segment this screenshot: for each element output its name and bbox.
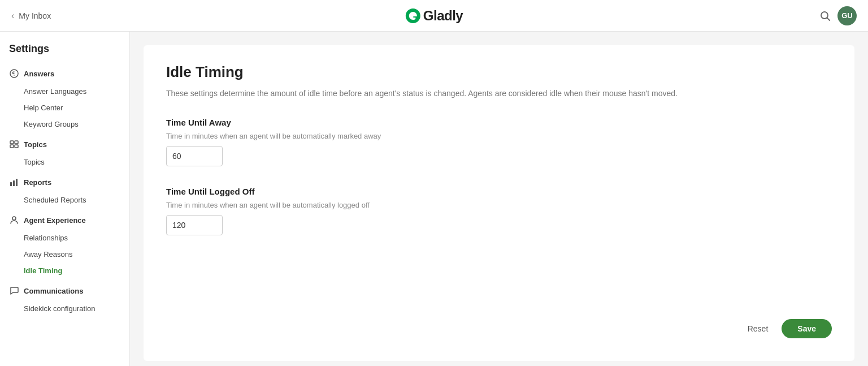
sidebar-item-topics[interactable]: Topics bbox=[0, 154, 129, 170]
svg-line-2 bbox=[827, 18, 830, 20]
nav-right: GU bbox=[819, 6, 857, 25]
page-title: Idle Timing bbox=[166, 63, 832, 81]
time-until-away-sublabel: Time in minutes when an agent will be au… bbox=[166, 132, 832, 140]
logo-text: Gladly bbox=[423, 8, 463, 24]
back-label: My Inbox bbox=[19, 11, 51, 20]
answers-icon bbox=[9, 68, 19, 79]
page-description: These settings determine the amount of i… bbox=[166, 88, 832, 100]
back-button[interactable]: ‹ My Inbox bbox=[11, 11, 51, 21]
sidebar-title: Settings bbox=[0, 43, 129, 64]
topics-icon bbox=[9, 139, 19, 149]
svg-rect-8 bbox=[15, 145, 18, 148]
sidebar-section-header-communications[interactable]: Communications bbox=[0, 281, 129, 300]
sidebar-section-header-answers[interactable]: Answers bbox=[0, 64, 129, 83]
svg-point-4 bbox=[14, 75, 15, 76]
content-card: Idle Timing These settings determine the… bbox=[144, 45, 854, 361]
svg-rect-10 bbox=[13, 180, 15, 186]
time-until-away-label: Time Until Away bbox=[166, 118, 832, 127]
logo: Gladly bbox=[405, 8, 463, 24]
main-content: Idle Timing These settings determine the… bbox=[130, 32, 868, 366]
reports-label: Reports bbox=[24, 178, 51, 187]
communications-label: Communications bbox=[24, 287, 83, 295]
sidebar-item-help-center[interactable]: Help Center bbox=[0, 100, 129, 116]
sidebar-item-idle-timing[interactable]: Idle Timing bbox=[0, 262, 129, 279]
search-icon bbox=[819, 10, 831, 21]
time-until-logged-off-input[interactable] bbox=[166, 215, 223, 235]
gladly-icon bbox=[405, 8, 421, 24]
time-until-logged-off-label: Time Until Logged Off bbox=[166, 187, 832, 196]
sidebar: Settings Answers Answer Languages Help C… bbox=[0, 32, 130, 366]
answers-label: Answers bbox=[24, 70, 54, 78]
sidebar-section-communications: Communications Sidekick configuration bbox=[0, 281, 129, 317]
time-until-away-input[interactable] bbox=[166, 146, 223, 166]
sidebar-item-answer-languages[interactable]: Answer Languages bbox=[0, 83, 129, 100]
reset-button[interactable]: Reset bbox=[741, 320, 775, 338]
sidebar-section-agent-experience: Agent Experience Relationships Away Reas… bbox=[0, 210, 129, 279]
sidebar-item-away-reasons[interactable]: Away Reasons bbox=[0, 246, 129, 262]
topics-label: Topics bbox=[24, 140, 47, 149]
svg-rect-7 bbox=[10, 145, 14, 148]
time-until-logged-off-sublabel: Time in minutes when an agent will be au… bbox=[166, 201, 832, 209]
sidebar-section-header-topics[interactable]: Topics bbox=[0, 135, 129, 154]
search-button[interactable] bbox=[819, 10, 831, 21]
svg-rect-6 bbox=[15, 141, 18, 144]
agent-experience-label: Agent Experience bbox=[24, 216, 86, 225]
svg-point-12 bbox=[12, 217, 16, 220]
save-button[interactable]: Save bbox=[782, 319, 832, 338]
sidebar-item-keyword-groups[interactable]: Keyword Groups bbox=[0, 116, 129, 132]
svg-rect-11 bbox=[16, 179, 18, 186]
time-until-logged-off-section: Time Until Logged Off Time in minutes wh… bbox=[166, 187, 832, 251]
agent-experience-icon bbox=[9, 215, 19, 225]
sidebar-section-header-reports[interactable]: Reports bbox=[0, 173, 129, 192]
sidebar-section-reports: Reports Scheduled Reports bbox=[0, 173, 129, 208]
reports-icon bbox=[9, 177, 19, 187]
top-nav: ‹ My Inbox Gladly GU bbox=[0, 0, 868, 32]
sidebar-item-scheduled-reports[interactable]: Scheduled Reports bbox=[0, 192, 129, 208]
sidebar-item-relationships[interactable]: Relationships bbox=[0, 230, 129, 246]
avatar[interactable]: GU bbox=[837, 6, 857, 25]
communications-icon bbox=[9, 286, 19, 296]
sidebar-item-sidekick-configuration[interactable]: Sidekick configuration bbox=[0, 300, 129, 317]
card-footer: Reset Save bbox=[166, 319, 832, 338]
svg-rect-9 bbox=[10, 182, 12, 186]
sidebar-section-answers: Answers Answer Languages Help Center Key… bbox=[0, 64, 129, 132]
time-until-away-section: Time Until Away Time in minutes when an … bbox=[166, 118, 832, 182]
svg-rect-5 bbox=[10, 141, 14, 144]
layout: Settings Answers Answer Languages Help C… bbox=[0, 32, 868, 366]
chevron-left-icon: ‹ bbox=[11, 11, 14, 21]
sidebar-section-header-agent-experience[interactable]: Agent Experience bbox=[0, 210, 129, 230]
sidebar-section-topics: Topics Topics bbox=[0, 135, 129, 170]
